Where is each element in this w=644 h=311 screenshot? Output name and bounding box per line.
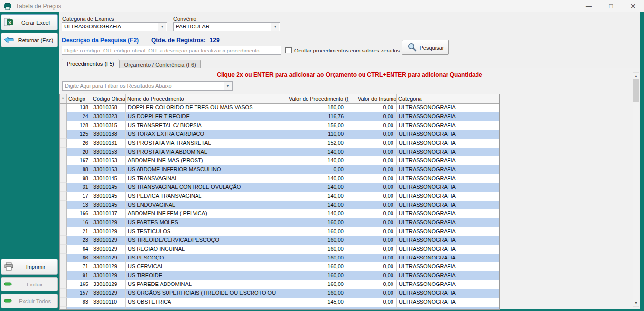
titlebar: Tabela de Preços — □ ✕ [0,0,644,12]
table-row[interactable]: 31 33010145 US TRANSVAGINAL CONTROLE OVU… [60,183,499,192]
gerar-excel-button[interactable]: X Gerar Excel [1,14,58,30]
cell-valor-procedimento: 140,00 [287,183,356,192]
qtde-registros-label: Qtde. de Registros: [151,37,206,44]
cell-valor-procedimento: 0,00 [287,165,356,174]
cell-valor-insumo: 0,00 [356,280,397,289]
row-indicator [60,183,67,192]
close-button[interactable]: ✕ [622,0,644,12]
cell-categoria: ULTRASSONOGRAFIA [397,245,500,254]
table-row[interactable]: 83 33010110 US OBSTETRICA 145,00 0,00 UL… [60,298,499,307]
cell-categoria: ULTRASSONOGRAFIA [397,139,500,148]
cell-codigo: 31 [67,183,91,192]
table-row[interactable] [60,307,499,310]
cell-nome: US TORAX EXTRA CARDIACO [126,130,287,139]
table-row[interactable]: 23 33010129 US TIREOIDE/CERVICAL/PESCOÇO… [60,236,499,245]
cell-valor-insumo: 0,00 [356,104,397,112]
cell-nome [126,307,287,310]
categoria-exames-select[interactable]: ULTRASSONOGRAFIA ▼ [62,22,167,31]
excluir-button[interactable]: Excluir [1,277,58,291]
maximize-button[interactable]: □ [600,0,622,12]
cell-valor-procedimento: 160,00 [287,280,356,289]
table-row[interactable]: 71 33010129 US CERVICAL 160,00 0,00 ULTR… [60,262,499,271]
scrollbar-thumb[interactable] [633,79,639,102]
search-input[interactable] [62,46,281,55]
convenio-label: Convênio [173,16,196,22]
cell-categoria: ULTRASSONOGRAFIA [397,130,500,139]
cell-valor-procedimento: 160,00 [287,218,356,227]
table-row[interactable]: 98 33010145 US TRANSVAGINAL 140,00 0,00 … [60,174,499,183]
cell-valor-procedimento: 140,00 [287,148,356,156]
cell-valor-insumo: 0,00 [356,201,397,209]
table-row[interactable]: 16 33010129 US PARTES MOLES 160,00 0,00 … [60,218,499,227]
table-row[interactable]: 17 33010145 US PELVICA TRANSVAGINAL 140,… [60,192,499,201]
scroll-up-icon[interactable]: ▲ [633,73,639,79]
table-row[interactable]: 66 33010129 US PESCOÇO 160,00 0,00 ULTRA… [60,254,499,262]
table-row[interactable]: 128 33010315 US TRANSRETAL C/ BIOPSIA 15… [60,121,499,130]
table-row[interactable]: 138 33010358 DOPPLER COLORIDO DE TRES OU… [60,104,499,112]
cell-codigo-oficial: 33010129 [91,262,126,271]
cell-categoria: ULTRASSONOGRAFIA [397,209,500,218]
cell-codigo: 13 [67,201,91,209]
table-row[interactable]: 167 33010153 ABDOMEN INF. MAS (PROST) 14… [60,156,499,165]
indicator-header[interactable]: * [60,94,67,103]
table-row[interactable]: 26 33010161 US PROSTATA VIA TRANSRETAL 1… [60,139,499,148]
pesquisar-button[interactable]: Pesquisar [402,40,449,55]
cell-categoria: ULTRASSONOGRAFIA [397,271,500,280]
column-header-codigo-oficial[interactable]: Código Oficial ▼ [91,94,126,103]
column-header-codigo[interactable]: Código [67,94,91,103]
scroll-down-icon[interactable]: ▼ [633,300,639,306]
cell-valor-insumo: 0,00 [356,139,397,148]
cell-nome: US CERVICAL [126,262,287,271]
table-row[interactable]: 13 33010145 US ENDOVAGINAL 140,00 0,00 U… [60,201,499,209]
cell-valor-insumo: 0,00 [356,245,397,254]
table-row[interactable]: 21 33010129 US TESTICULOS 160,00 0,00 UL… [60,227,499,236]
cell-nome: US TESTICULOS [126,227,287,236]
cell-codigo-oficial: 33010137 [91,209,126,218]
table-row[interactable]: 64 33010129 US REGIAO INGUINAL 160,00 0,… [60,245,499,254]
cell-nome: US TRANSVAGINAL [126,174,287,183]
table-row[interactable]: 91 33010129 US TIREOIDE 160,00 0,00 ULTR… [60,271,499,280]
cell-categoria: ULTRASSONOGRAFIA [397,227,500,236]
cell-codigo-oficial: 33010358 [91,104,126,112]
excluir-todos-button[interactable]: Excluir Todos [1,294,58,308]
ocultar-zerados-option: Ocultar procedimentos com valores zerado… [285,47,400,53]
cell-nome: DOPPLER COLORIDO DE TRES OU MAIS VASOS [126,104,287,112]
cell-categoria [397,307,500,310]
table-row[interactable]: 166 33010137 ABDOMEN INF FEM ( PELVICA) … [60,209,499,218]
grid-header: * Código Código Oficial ▼ Nome do Proced… [60,94,499,104]
cell-codigo-oficial: 33010129 [91,271,126,280]
row-indicator [60,201,67,209]
retornar-button[interactable]: Retornar (Esc) [1,33,58,47]
cell-valor-insumo: 0,00 [356,236,397,245]
ocultar-zerados-checkbox[interactable] [285,47,292,53]
search-icon [407,42,417,52]
table-row[interactable]: 165 33010129 US PAREDE ABDOMINAL 160,00 … [60,280,499,289]
table-row[interactable]: 157 33010129 US ÓRGÃOS SUPERFICIAIS (TIR… [60,289,499,298]
cell-nome: US TIREOIDE/CERVICAL/PESCOÇO [126,236,287,245]
column-header-valor-procedimento[interactable]: Valor do Procedimento (( [287,94,356,103]
tab-orcamento-conferencia[interactable]: Orçamento / Conferência (F6) [119,60,201,68]
minimize-button[interactable]: — [578,0,600,12]
row-indicator [60,156,67,165]
cell-codigo: 21 [67,227,91,236]
filter-results-select[interactable]: Digite Aqui para Filtrar os Resultados A… [62,81,233,91]
table-row[interactable]: 88 33010153 US ABDOME INFERIOR MASCULINO… [60,165,499,174]
cell-nome: US OBSTETRICA [126,298,287,307]
row-indicator [60,280,67,289]
column-header-categoria[interactable]: Categoria [397,94,500,103]
table-row[interactable]: 24 33010323 US DOPPLER TIREOIDE 116,76 0… [60,112,499,121]
convenio-select[interactable]: PARTICULAR ▼ [173,22,280,31]
cell-valor-insumo: 0,00 [356,156,397,165]
tab-procedimentos[interactable]: Procedimentos (F5) [62,59,119,68]
cell-codigo-oficial: 33010145 [91,192,126,201]
vertical-scrollbar[interactable]: ▲ ▼ [633,72,639,307]
table-row[interactable]: 20 33010153 US PROSTATA VIA ABDOMINAL 14… [60,148,499,156]
row-indicator [60,121,67,130]
imprimir-button[interactable]: Imprimir [1,259,58,275]
column-header-valor-insumo[interactable]: Valor do Insumo [356,94,397,103]
cell-valor-procedimento: 160,00 [287,236,356,245]
column-header-nome[interactable]: Nome do Procedimento [126,94,287,103]
cell-categoria: ULTRASSONOGRAFIA [397,201,500,209]
table-row[interactable]: 125 33010188 US TORAX EXTRA CARDIACO 110… [60,130,499,139]
cell-valor-insumo: 0,00 [356,174,397,183]
